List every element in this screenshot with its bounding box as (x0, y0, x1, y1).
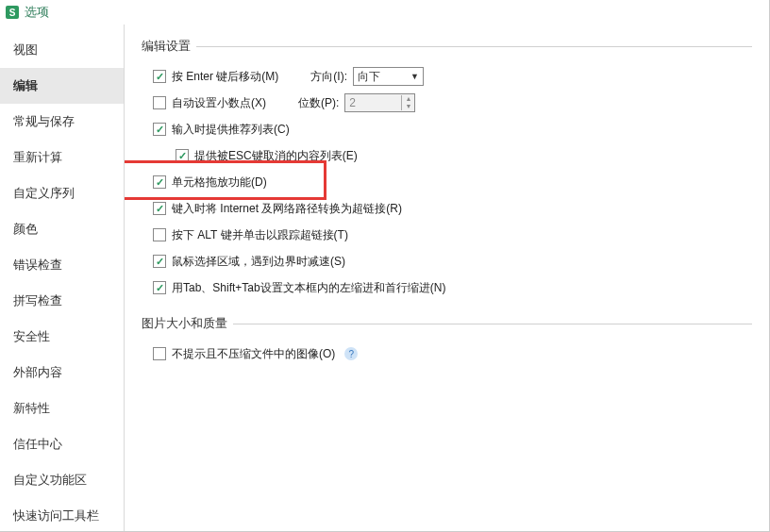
label-drag-drop: 单元格拖放功能(D) (172, 175, 267, 191)
checkbox-mouse-slow[interactable] (153, 255, 166, 268)
help-icon[interactable]: ? (344, 347, 358, 360)
label-esc-list: 提供被ESC键取消的内容列表(E) (194, 148, 358, 164)
digits-label: 位数(P): (298, 95, 339, 111)
sidebar-item-edit[interactable]: 编辑 (0, 68, 124, 104)
sidebar-item-general-save[interactable]: 常规与保存 (0, 104, 124, 140)
row-drag-drop: 单元格拖放功能(D) (153, 172, 752, 192)
digits-controls: 位数(P): 2 ▲ ▼ (298, 93, 415, 112)
label-no-compress: 不提示且不压缩文件中的图像(O) (172, 346, 335, 362)
sidebar-item-view[interactable]: 视图 (0, 32, 124, 68)
label-enter-move: 按 Enter 键后移动(M) (172, 69, 278, 85)
row-mouse-slow: 鼠标选择区域，遇到边界时减速(S) (153, 251, 752, 272)
arrow-down-icon[interactable]: ▼ (402, 103, 414, 110)
digits-spinner[interactable]: 2 ▲ ▼ (344, 93, 415, 112)
checkbox-auto-decimal[interactable] (153, 96, 166, 109)
sidebar-item-error-check[interactable]: 错误检查 (0, 247, 124, 283)
group-edit-settings: 编辑设置 按 Enter 键后移动(M) 方向(I): 向下 ▼ (142, 38, 752, 298)
label-alt-click: 按下 ALT 键并单击以跟踪超链接(T) (172, 227, 348, 243)
spinner-arrows: ▲ ▼ (401, 95, 414, 110)
row-esc-list: 提供被ESC键取消的内容列表(E) (176, 145, 752, 166)
sidebar-item-color[interactable]: 颜色 (0, 211, 124, 247)
sidebar: 视图 编辑 常规与保存 重新计算 自定义序列 颜色 错误检查 拼写检查 安全性 … (0, 25, 125, 531)
sidebar-item-security[interactable]: 安全性 (0, 319, 124, 355)
sidebar-item-external[interactable]: 外部内容 (0, 355, 124, 391)
sidebar-item-trust-center[interactable]: 信任中心 (0, 426, 124, 462)
label-hyperlink: 键入时将 Internet 及网络路径转换为超链接(R) (172, 201, 402, 217)
group-header-image: 图片大小和质量 (142, 315, 752, 332)
group-header-edit: 编辑设置 (142, 38, 752, 55)
checkbox-enter-move[interactable] (153, 70, 166, 83)
label-mouse-slow: 鼠标选择区域，遇到边界时减速(S) (172, 254, 345, 270)
direction-value: 向下 (358, 69, 380, 85)
chevron-down-icon: ▼ (410, 72, 419, 81)
sidebar-item-spell-check[interactable]: 拼写检查 (0, 283, 124, 319)
checkbox-no-compress[interactable] (153, 347, 166, 360)
options-window: S 选项 视图 编辑 常规与保存 重新计算 自定义序列 颜色 错误检查 拼写检查… (0, 0, 770, 532)
sidebar-item-custom-ribbon[interactable]: 自定义功能区 (0, 462, 124, 498)
row-tab-indent: 用Tab、Shift+Tab设置文本框内的左缩进和首行缩进(N) (153, 277, 752, 298)
row-alt-click: 按下 ALT 键并单击以跟踪超链接(T) (153, 224, 752, 245)
direction-dropdown[interactable]: 向下 ▼ (353, 67, 424, 86)
direction-label: 方向(I): (310, 69, 347, 85)
sidebar-item-custom-seq[interactable]: 自定义序列 (0, 175, 124, 211)
checkbox-drag-drop[interactable] (153, 175, 166, 189)
body: 视图 编辑 常规与保存 重新计算 自定义序列 颜色 错误检查 拼写检查 安全性 … (0, 25, 769, 531)
label-auto-decimal: 自动设置小数点(X) (172, 95, 266, 111)
checkbox-suggest-list[interactable] (153, 123, 166, 136)
window-title: 选项 (25, 4, 49, 21)
sidebar-item-new-features[interactable]: 新特性 (0, 391, 124, 426)
checkbox-tab-indent[interactable] (153, 281, 166, 294)
checkbox-alt-click[interactable] (153, 228, 166, 241)
row-hyperlink: 键入时将 Internet 及网络路径转换为超链接(R) (153, 198, 752, 219)
label-tab-indent: 用Tab、Shift+Tab设置文本框内的左缩进和首行缩进(N) (172, 280, 445, 296)
checkbox-esc-list[interactable] (176, 149, 189, 162)
label-suggest-list: 输入时提供推荐列表(C) (172, 122, 290, 138)
titlebar: S 选项 (0, 0, 769, 25)
main-panel: 编辑设置 按 Enter 键后移动(M) 方向(I): 向下 ▼ (125, 25, 769, 531)
checkbox-hyperlink[interactable] (153, 202, 166, 215)
sidebar-item-recalc[interactable]: 重新计算 (0, 140, 124, 175)
row-suggest-list: 输入时提供推荐列表(C) (153, 119, 752, 140)
group-image-quality: 图片大小和质量 不提示且不压缩文件中的图像(O) ? (142, 315, 752, 364)
direction-controls: 方向(I): 向下 ▼ (310, 67, 424, 86)
app-icon: S (6, 6, 19, 19)
arrow-up-icon[interactable]: ▲ (402, 95, 414, 103)
sidebar-item-quick-toolbar[interactable]: 快速访问工具栏 (0, 498, 124, 532)
row-enter-move: 按 Enter 键后移动(M) 方向(I): 向下 ▼ (153, 66, 752, 87)
digits-value: 2 (345, 96, 401, 109)
row-no-compress: 不提示且不压缩文件中的图像(O) ? (153, 343, 752, 364)
row-auto-decimal: 自动设置小数点(X) 位数(P): 2 ▲ ▼ (153, 92, 752, 113)
